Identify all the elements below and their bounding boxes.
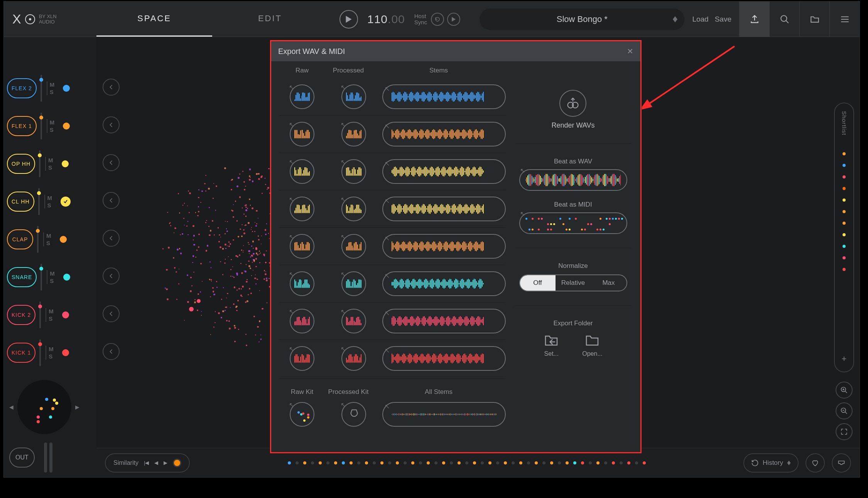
channel-label[interactable]: CL HH xyxy=(7,192,34,212)
channel-slider[interactable]: .channel:nth-child(6) .ch-slider::after{… xyxy=(41,264,42,291)
processed-knob[interactable]: ↖ xyxy=(341,84,366,109)
chevron-icon[interactable] xyxy=(103,192,120,209)
processed-knob[interactable]: ↖ xyxy=(341,234,366,259)
solo-button[interactable]: S xyxy=(48,164,53,171)
seq-step[interactable] xyxy=(296,461,299,464)
raw-knob[interactable]: ↖ xyxy=(290,234,314,259)
solo-button[interactable]: S xyxy=(50,278,55,284)
mute-button[interactable]: M xyxy=(47,195,52,201)
channel-label[interactable]: FLEX 1 xyxy=(7,116,37,136)
normalize-max[interactable]: Max xyxy=(591,275,627,291)
channel-slider[interactable]: .channel:nth-child(2) .ch-slider::after{… xyxy=(41,113,42,140)
seq-step[interactable] xyxy=(411,461,414,464)
seq-step[interactable] xyxy=(542,461,545,464)
shortlist-item[interactable] xyxy=(843,245,846,248)
stem-track[interactable]: ↖ xyxy=(382,197,506,221)
solo-button[interactable]: S xyxy=(49,315,54,322)
processed-knob[interactable]: ↖ xyxy=(341,309,366,333)
shortlist-item[interactable] xyxy=(843,268,846,271)
close-icon[interactable]: ✕ xyxy=(627,47,633,56)
shortlist-item[interactable] xyxy=(843,210,846,213)
seq-step[interactable] xyxy=(566,461,569,464)
beat-as-wav[interactable]: ↖ xyxy=(519,169,627,191)
mute-button[interactable]: M xyxy=(50,270,55,277)
solo-button[interactable]: S xyxy=(50,126,55,133)
processed-knob[interactable]: ↖ xyxy=(341,122,366,146)
channel-slider[interactable]: .channel:nth-child(5) .ch-slider::after{… xyxy=(37,226,39,253)
channel-label[interactable]: KICK 1 xyxy=(7,343,35,363)
minimap-prev[interactable]: ◀ xyxy=(9,404,14,410)
seq-step[interactable] xyxy=(442,461,445,464)
shortlist-item[interactable] xyxy=(843,187,846,190)
seq-step[interactable] xyxy=(288,461,291,464)
seq-step[interactable] xyxy=(635,461,638,464)
solo-button[interactable]: S xyxy=(47,202,52,209)
stem-track[interactable]: ↖ xyxy=(382,309,506,333)
seq-step[interactable] xyxy=(473,461,476,464)
solo-button[interactable]: S xyxy=(50,89,55,95)
solo-button[interactable]: S xyxy=(46,240,51,246)
render-wavs-icon[interactable] xyxy=(559,90,586,117)
preset-selector[interactable]: Slow Bongo * xyxy=(480,8,684,30)
shortlist-item[interactable] xyxy=(843,152,846,155)
raw-knob[interactable]: ↖ xyxy=(290,84,314,109)
seq-step[interactable] xyxy=(427,461,430,464)
seq-step[interactable] xyxy=(612,461,615,464)
seq-step[interactable] xyxy=(419,461,422,464)
channel-slider[interactable]: .channel:nth-child(1) .ch-slider::after{… xyxy=(41,75,42,102)
seq-step[interactable] xyxy=(326,461,329,464)
processed-kit-knob[interactable]: ↖ xyxy=(341,402,366,427)
menu-icon[interactable] xyxy=(829,2,860,37)
channel-label[interactable]: SNARE xyxy=(7,267,37,287)
mute-button[interactable]: M xyxy=(48,157,53,163)
mute-button[interactable]: M xyxy=(50,119,55,126)
channel-slider[interactable]: .channel:nth-child(8) .ch-slider::after{… xyxy=(39,339,41,366)
seq-step[interactable] xyxy=(519,461,522,464)
seq-step[interactable] xyxy=(404,461,407,464)
search-icon[interactable] xyxy=(769,2,799,37)
processed-knob[interactable]: ↖ xyxy=(341,271,366,296)
stem-track[interactable]: ↖ xyxy=(382,84,506,109)
stem-track[interactable]: ↖ xyxy=(382,271,506,296)
shortlist-item[interactable] xyxy=(843,222,846,225)
normalize-relative[interactable]: Relative xyxy=(556,275,591,291)
channel-label[interactable]: OP HH xyxy=(7,154,35,174)
chevron-icon[interactable] xyxy=(103,79,120,96)
chevron-icon[interactable] xyxy=(103,343,120,360)
seq-step[interactable] xyxy=(334,461,337,464)
shortlist-item[interactable] xyxy=(843,175,846,178)
seq-step[interactable] xyxy=(357,461,360,464)
export-icon[interactable] xyxy=(739,2,769,37)
shortlist-item[interactable] xyxy=(843,199,846,202)
seq-step[interactable] xyxy=(450,461,453,464)
seq-step[interactable] xyxy=(350,461,353,464)
channel-label[interactable]: KICK 2 xyxy=(7,305,35,325)
favorite-icon[interactable] xyxy=(806,453,825,473)
tempo-display[interactable]: 110.00 xyxy=(367,13,405,26)
mute-button[interactable]: M xyxy=(49,308,54,315)
seq-step[interactable] xyxy=(550,461,553,464)
play-sync-icon[interactable] xyxy=(447,13,460,26)
channel-slider[interactable]: .channel:nth-child(4) .ch-slider::after{… xyxy=(38,188,40,215)
seq-step[interactable] xyxy=(620,461,623,464)
seq-step[interactable] xyxy=(465,461,468,464)
seq-step[interactable] xyxy=(458,461,461,464)
processed-knob[interactable]: ↖ xyxy=(341,159,366,184)
seq-step[interactable] xyxy=(373,461,376,464)
seq-step[interactable] xyxy=(342,461,345,464)
processed-knob[interactable]: ↖ xyxy=(341,197,366,221)
raw-knob[interactable]: ↖ xyxy=(290,271,314,296)
channel-slider[interactable]: .channel:nth-child(3) .ch-slider::after{… xyxy=(39,150,41,177)
beat-as-midi[interactable]: ↖ xyxy=(519,212,627,234)
mute-button[interactable]: M xyxy=(50,81,55,88)
raw-knob[interactable]: ↖ xyxy=(290,159,314,184)
stem-track[interactable]: ↖ xyxy=(382,346,506,371)
seq-step[interactable] xyxy=(643,461,646,464)
similarity-first[interactable]: |◀ xyxy=(144,460,149,466)
raw-knob[interactable]: ↖ xyxy=(290,197,314,221)
channel-label[interactable]: FLEX 2 xyxy=(7,78,37,98)
seq-step[interactable] xyxy=(481,461,484,464)
seq-step[interactable] xyxy=(311,461,314,464)
out-button[interactable]: OUT xyxy=(9,448,35,468)
raw-knob[interactable]: ↖ xyxy=(290,346,314,371)
